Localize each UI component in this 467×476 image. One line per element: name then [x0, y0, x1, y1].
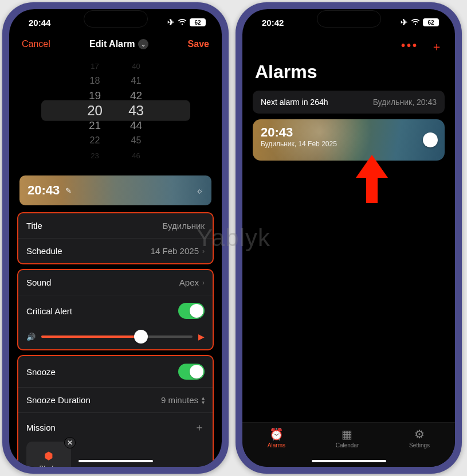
screen-edit-alarm: 20:44 ✈ 62 Cancel Edit Alarm ⌄ Save 1740…	[9, 9, 222, 467]
alarm-preview-card[interactable]: 20:43 ✎ ☼	[19, 175, 211, 205]
next-alarm-banner[interactable]: Next alarm in 264h Будильник, 20:43	[253, 91, 445, 114]
sound-value: Apex	[179, 278, 199, 287]
sunrise-icon: ☼	[196, 186, 203, 195]
row-mission: Mission ＋	[18, 412, 213, 442]
alarm-time: 20:43	[261, 125, 437, 140]
min-opt[interactable]: 44	[123, 119, 150, 132]
remove-block-button[interactable]: ✕	[64, 437, 76, 448]
group-sound: Sound Apex › Critical Alert 🔊 ▶	[17, 269, 214, 350]
status-icons: ✈ 62	[401, 17, 439, 28]
airplane-icon: ✈	[167, 17, 175, 28]
speaker-icon: 🔊	[26, 333, 36, 341]
chevron-down-icon: ⌄	[138, 39, 148, 49]
battery-icon: 62	[423, 18, 439, 26]
save-button[interactable]: Save	[188, 39, 209, 49]
cube-icon: ⬢	[44, 450, 53, 462]
tab-alarms[interactable]: ⏰ Alarms	[268, 427, 285, 448]
min-opt[interactable]: 40	[123, 62, 150, 71]
battery-icon: 62	[190, 18, 206, 26]
preview-time: 20:43	[28, 183, 60, 198]
wifi-icon	[411, 18, 420, 28]
row-volume: 🔊 ▶	[18, 326, 213, 349]
snooze-duration-value: 9 minutes	[161, 395, 198, 405]
home-indicator[interactable]	[79, 460, 153, 462]
next-alarm-left: Next alarm in 264h	[261, 97, 328, 107]
snooze-toggle[interactable]	[178, 364, 205, 380]
phone-right: 20:42 ✈ 62 ••• ＋ Alarms Next alarm in 26…	[236, 2, 462, 474]
tab-calendar[interactable]: ▦ Calendar	[336, 427, 359, 448]
next-alarm-right: Будильник, 20:43	[373, 97, 437, 107]
more-button[interactable]: •••	[401, 39, 418, 54]
alarm-subtitle: Будильник, 14 Feb 2025	[261, 140, 437, 148]
min-opt[interactable]: 45	[123, 135, 150, 146]
row-snooze-duration[interactable]: Snooze Duration 9 minutes ▴▾	[18, 387, 213, 412]
tab-label: Settings	[409, 442, 430, 448]
play-icon[interactable]: ▶	[198, 332, 205, 341]
phone-left: 20:44 ✈ 62 Cancel Edit Alarm ⌄ Save 1740…	[2, 2, 229, 474]
critical-alert-label: Critical Alert	[26, 306, 72, 316]
time-picker[interactable]: 1740 1841 1942 2043 2144 2245 2346	[9, 55, 222, 169]
critical-alert-toggle[interactable]	[178, 303, 205, 319]
volume-slider[interactable]	[41, 335, 193, 338]
add-mission-button[interactable]: ＋	[194, 420, 205, 434]
chevron-right-icon: ›	[202, 247, 205, 255]
picker-highlight	[41, 100, 190, 121]
tab-settings[interactable]: ⚙ Settings	[409, 427, 430, 448]
min-opt[interactable]: 41	[123, 76, 150, 86]
stepper-icon: ▴▾	[202, 396, 205, 405]
min-opt[interactable]: 46	[123, 151, 150, 160]
schedule-value: 14 Feb 2025	[151, 246, 199, 256]
alarm-toggle[interactable]	[423, 132, 438, 147]
mission-blocks: ✕ ⬢ Blocks	[18, 442, 213, 467]
row-snooze: Snooze	[18, 356, 213, 387]
alarm-date: , 14 Feb 2025	[295, 140, 337, 148]
mission-label: Mission	[26, 423, 56, 432]
notch	[317, 10, 381, 28]
svg-marker-0	[356, 155, 388, 203]
snooze-label: Snooze	[26, 367, 56, 377]
hour-opt[interactable]: 22	[81, 135, 109, 146]
gear-icon: ⚙	[414, 427, 425, 441]
pencil-icon[interactable]: ✎	[65, 186, 72, 195]
block-label: Blocks	[40, 465, 58, 467]
row-sound[interactable]: Sound Apex ›	[18, 270, 213, 295]
top-actions: ••• ＋	[242, 31, 455, 59]
sound-label: Sound	[26, 278, 51, 287]
row-critical-alert: Critical Alert	[18, 295, 213, 326]
airplane-icon: ✈	[401, 17, 408, 28]
hour-opt[interactable]: 18	[81, 76, 109, 86]
group-title-schedule: Title Будильник Schedule 14 Feb 2025 ›	[17, 212, 214, 264]
wifi-icon	[178, 18, 187, 28]
row-title[interactable]: Title Будильник	[18, 213, 213, 238]
alarm-clock-icon: ⏰	[269, 427, 284, 441]
row-schedule[interactable]: Schedule 14 Feb 2025 ›	[18, 238, 213, 263]
slider-thumb[interactable]	[134, 330, 148, 344]
title-text: Edit Alarm	[89, 39, 135, 49]
chevron-right-icon: ›	[202, 279, 205, 287]
add-alarm-button[interactable]: ＋	[431, 39, 442, 54]
snooze-duration-label: Snooze Duration	[26, 395, 91, 405]
notch	[84, 10, 148, 28]
home-indicator[interactable]	[312, 460, 386, 462]
arrow-annotation-icon	[355, 155, 389, 203]
hour-opt[interactable]: 17	[81, 62, 109, 71]
title-value: Будильник	[163, 221, 205, 231]
title-label: Title	[26, 221, 42, 231]
mission-block-blocks[interactable]: ✕ ⬢ Blocks	[26, 442, 71, 467]
status-icons: ✈ 62	[167, 17, 206, 28]
alarm-card[interactable]: 20:43 Будильник, 14 Feb 2025	[253, 119, 445, 161]
cancel-button[interactable]: Cancel	[22, 39, 50, 49]
tab-label: Calendar	[336, 442, 359, 448]
page-heading: Alarms	[242, 59, 455, 91]
page-title[interactable]: Edit Alarm ⌄	[89, 39, 148, 49]
group-snooze-mission: Snooze Snooze Duration 9 minutes ▴▾ Miss…	[17, 355, 214, 467]
hour-opt[interactable]: 23	[81, 151, 109, 160]
tab-label: Alarms	[268, 442, 285, 448]
nav-header: Cancel Edit Alarm ⌄ Save	[9, 31, 222, 55]
schedule-label: Schedule	[26, 246, 62, 256]
status-time: 20:44	[29, 18, 50, 28]
screen-alarms-list: 20:42 ✈ 62 ••• ＋ Alarms Next alarm in 26…	[242, 9, 455, 467]
alarm-name: Будильник	[261, 140, 295, 148]
calendar-icon: ▦	[342, 427, 352, 441]
hour-opt[interactable]: 21	[81, 119, 109, 132]
